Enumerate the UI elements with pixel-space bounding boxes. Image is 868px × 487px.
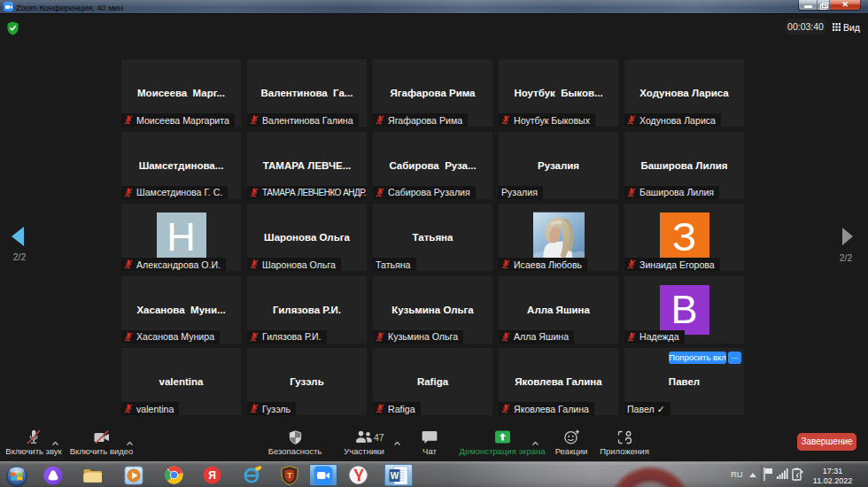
svg-text:T: T: [287, 471, 292, 480]
svg-text:W: W: [391, 470, 399, 480]
svg-text:Я: Я: [208, 469, 216, 482]
